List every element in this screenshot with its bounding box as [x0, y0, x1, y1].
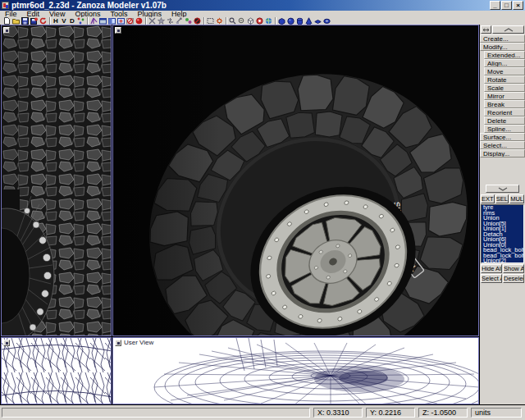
command-delete[interactable]: Delete: [484, 116, 525, 125]
menu-options[interactable]: Options: [70, 11, 105, 17]
scroll-down-button[interactable]: [486, 185, 519, 193]
prim-cone-icon[interactable]: [304, 17, 313, 25]
menu-help[interactable]: Help: [167, 11, 192, 17]
tab-mul[interactable]: MUL: [509, 194, 524, 203]
viewport-menu-button[interactable]: [3, 340, 10, 346]
maximize-button[interactable]: □: [501, 1, 512, 10]
axes-icon[interactable]: [89, 17, 98, 25]
attach-icon[interactable]: [255, 17, 264, 25]
gear-icon[interactable]: [215, 17, 224, 25]
list-item[interactable]: Union[2]: [482, 258, 523, 263]
menu-plugins[interactable]: Plugins: [132, 11, 167, 17]
zoom-icon[interactable]: [228, 17, 237, 25]
open-icon[interactable]: [11, 17, 21, 25]
command-display[interactable]: Display...: [480, 149, 525, 158]
status-z-coordinate: Z: -1.0500: [418, 408, 468, 418]
viewport-menu-button[interactable]: [3, 27, 10, 34]
status-x-coordinate: X: 0.3310: [313, 408, 363, 418]
reload-icon[interactable]: [39, 17, 48, 25]
menu-edit[interactable]: Edit: [22, 11, 45, 17]
close-button[interactable]: ×: [513, 1, 523, 10]
toolbar-select-group: [203, 17, 226, 25]
tool-material-icon[interactable]: [184, 17, 193, 25]
tab-sel[interactable]: SEL: [495, 194, 509, 203]
window-controls: _ □ ×: [490, 1, 523, 10]
menu-file[interactable]: File: [0, 11, 22, 17]
new-icon[interactable]: [2, 17, 11, 25]
texture-globe-icon[interactable]: [264, 17, 273, 25]
minimize-button[interactable]: _: [490, 1, 500, 10]
command-extended[interactable]: Extended...: [484, 51, 525, 59]
tool-level-icon[interactable]: [175, 17, 184, 25]
render-sphere-icon[interactable]: [135, 17, 144, 25]
menu-tools[interactable]: Tools: [105, 11, 132, 17]
toolbar-view-group: [87, 17, 145, 25]
prim-plane-icon[interactable]: [313, 17, 322, 25]
hide-all-button[interactable]: Hide All: [481, 264, 502, 273]
view-disable-icon[interactable]: [126, 17, 135, 25]
prim-cylinder-icon[interactable]: [295, 17, 304, 25]
menu-bar: File Edit View Options Tools Plugins Hel…: [0, 11, 525, 17]
command-align[interactable]: Align...: [484, 59, 525, 67]
command-mirror[interactable]: Mirror: [484, 92, 525, 100]
save-as-icon[interactable]: [30, 17, 39, 25]
viewport-user-view[interactable]: User View: [112, 337, 479, 404]
command-select[interactable]: Select...: [480, 141, 525, 149]
select-rect-icon[interactable]: [206, 17, 215, 25]
viewport-label: User View: [124, 340, 153, 346]
command-break[interactable]: Break: [484, 100, 525, 108]
prim-sphere-icon[interactable]: [286, 17, 295, 25]
viewport-top-left[interactable]: [1, 25, 112, 336]
command-spline[interactable]: Spline...: [484, 125, 525, 133]
view-window-1-icon[interactable]: [98, 17, 107, 25]
tool-cut-icon[interactable]: [148, 17, 157, 25]
save-icon[interactable]: [21, 17, 30, 25]
toolbar-primitives-group: [275, 17, 333, 25]
panel-collapse-button[interactable]: [481, 25, 491, 34]
menu-view[interactable]: View: [44, 11, 70, 17]
viewport-menu-button[interactable]: [115, 340, 121, 346]
prim-box-icon[interactable]: [277, 17, 286, 25]
command-rotate[interactable]: Rotate: [484, 75, 525, 84]
wireframe-canvas: [2, 338, 112, 404]
command-scale[interactable]: Scale: [484, 84, 525, 92]
view-window-3-icon[interactable]: [116, 17, 126, 25]
command-modify[interactable]: Modify...: [480, 43, 525, 51]
viewport-menu-button[interactable]: [115, 27, 121, 34]
layout-quad-button[interactable]: D: [68, 17, 76, 25]
workspace: Supermoto XL: [0, 25, 525, 405]
app-icon: [2, 2, 9, 9]
prim-torus-icon[interactable]: [322, 17, 331, 25]
scroll-up-button[interactable]: [492, 25, 524, 34]
view-window-2-icon[interactable]: [107, 17, 116, 25]
layout-horizontal-button[interactable]: H: [52, 17, 60, 25]
layout-vertical-button[interactable]: V: [60, 17, 68, 25]
tab-ext[interactable]: EXT: [481, 194, 495, 203]
vertex-mode-icon[interactable]: [76, 17, 85, 25]
render-canvas: Supermoto XL: [113, 25, 479, 336]
command-reorient[interactable]: Reorient: [484, 108, 525, 116]
deselect-button[interactable]: Deselect: [503, 274, 524, 283]
command-move[interactable]: Move: [484, 67, 525, 75]
zoom-out-icon[interactable]: [237, 17, 246, 25]
toolbar-layout-group: H V D: [49, 17, 87, 25]
box-mode-icon[interactable]: [246, 17, 255, 25]
user-view-canvas: [113, 338, 479, 404]
show-all-button[interactable]: Show All: [503, 264, 524, 273]
tool-swap-icon[interactable]: [166, 17, 175, 25]
toolbar-tools-group: [145, 17, 203, 25]
toolbar-file-group: [1, 17, 49, 25]
status-y-coordinate: Y: 0.2216: [366, 408, 415, 418]
side-panel: Create... Modify... Extended... Align...…: [480, 25, 525, 404]
command-surface[interactable]: Surface...: [480, 133, 525, 141]
command-create[interactable]: Create...: [480, 34, 525, 43]
status-message-area: [2, 408, 310, 418]
viewport-bottom-left[interactable]: [1, 337, 112, 404]
shaded-wire-canvas: [2, 25, 112, 336]
object-list[interactable]: tyre rims Union Union[5] Union[1] Detach…: [481, 204, 524, 263]
select-all-button[interactable]: Select All: [481, 274, 502, 283]
tool-forbid-icon[interactable]: [193, 17, 202, 25]
viewport-main-3d[interactable]: Supermoto XL: [112, 25, 479, 336]
toolbar-zoom-group: [226, 17, 275, 25]
tool-star-icon[interactable]: [157, 17, 166, 25]
